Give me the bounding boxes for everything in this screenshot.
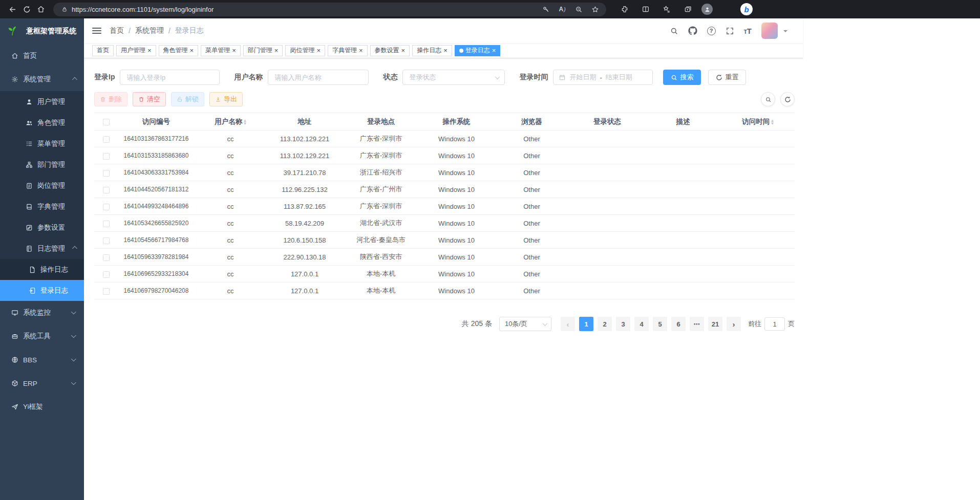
date-range-picker[interactable]: 开始日期 - 结束日期 <box>553 70 653 85</box>
page-button[interactable]: ⋯ <box>690 317 704 331</box>
page-button[interactable]: 3 <box>616 317 630 331</box>
tab[interactable]: 参数设置 × <box>370 45 410 56</box>
column-header[interactable]: 登录地点▴▾ <box>343 113 419 131</box>
page-button[interactable]: 1 <box>579 317 593 331</box>
table-row[interactable]: 1641069798270046208 cc 127.0.0.1 本地-本机 W… <box>94 282 795 299</box>
tab[interactable]: 登录日志 × <box>455 45 501 56</box>
sidebar-item-post-management[interactable]: 岗位管理 <box>0 175 84 196</box>
lock-icon[interactable] <box>59 2 70 16</box>
page-size-select[interactable]: 10条/页 <box>499 317 551 331</box>
page-button[interactable]: 2 <box>598 317 612 331</box>
extensions-puzzle-icon[interactable] <box>617 2 632 16</box>
breadcrumb-item-home[interactable]: 首页 <box>110 26 124 35</box>
reset-button[interactable]: 重置 <box>708 70 746 85</box>
login-ip-input[interactable] <box>120 70 220 85</box>
unlock-button[interactable]: 解锁 <box>171 92 204 106</box>
row-checkbox[interactable] <box>103 170 110 177</box>
tab-close-icon[interactable]: × <box>401 47 406 54</box>
tab[interactable]: 角色管理 × <box>159 45 199 56</box>
address-bar[interactable]: https://ccnetcore.com:1101/system/log/lo… <box>53 3 606 16</box>
table-row[interactable]: 1641031533185863680 cc 113.102.129.221 广… <box>94 147 795 164</box>
table-row[interactable]: 1641059633978281984 cc 222.90.130.18 陕西省… <box>94 249 795 266</box>
next-page-button[interactable]: › <box>727 317 741 331</box>
tab[interactable]: 用户管理 × <box>116 45 156 56</box>
column-header[interactable]: 访问编号▴▾ <box>118 113 195 131</box>
fullscreen-icon[interactable] <box>726 27 734 35</box>
tab[interactable]: 字典管理 × <box>328 45 368 56</box>
row-checkbox[interactable] <box>103 204 110 210</box>
favorite-star-icon[interactable] <box>588 2 602 16</box>
delete-button[interactable]: 删除 <box>94 92 127 106</box>
zoom-out-icon[interactable] <box>571 2 586 16</box>
sidebar-item-operation-log[interactable]: 操作日志 <box>0 259 84 280</box>
sidebar-item-dictionary-management[interactable]: 字典管理 <box>0 196 84 217</box>
sidebar-item-bbs[interactable]: BBS <box>0 348 84 372</box>
tab-close-icon[interactable]: × <box>147 47 152 54</box>
tab-close-icon[interactable]: × <box>443 47 448 54</box>
tab[interactable]: 岗位管理 × <box>285 45 325 56</box>
table-row[interactable]: 1641053426655825920 cc 58.19.42.209 湖北省-… <box>94 215 795 232</box>
table-row[interactable]: 1641069652933218304 cc 127.0.0.1 本地-本机 W… <box>94 266 795 282</box>
row-checkbox[interactable] <box>103 237 110 244</box>
sidebar-item-department-management[interactable]: 部门管理 <box>0 154 84 175</box>
column-header[interactable]: 操作系统▴▾ <box>419 113 494 131</box>
row-checkbox[interactable] <box>103 271 110 278</box>
goto-page-input[interactable] <box>764 317 785 331</box>
tab-close-icon[interactable]: × <box>274 47 279 54</box>
tab[interactable]: 首页 × <box>92 45 114 56</box>
clear-button[interactable]: 清空 <box>133 92 166 106</box>
column-header[interactable]: 登录状态▴▾ <box>569 113 645 131</box>
collections-icon[interactable] <box>680 2 695 16</box>
page-button[interactable]: 6 <box>671 317 686 331</box>
prev-page-button[interactable]: ‹ <box>561 317 575 331</box>
export-button[interactable]: 导出 <box>209 92 243 106</box>
breadcrumb-item-system[interactable]: 系统管理 <box>135 26 164 35</box>
status-select[interactable]: 登录状态 <box>402 70 505 85</box>
sidebar-toggle-icon[interactable] <box>92 26 101 35</box>
tab-close-icon[interactable]: × <box>190 47 194 54</box>
font-size-icon[interactable]: TT <box>744 27 752 35</box>
github-icon[interactable] <box>688 26 697 35</box>
sidebar-item-yi-framework[interactable]: Yi框架 <box>0 395 84 419</box>
sidebar-item-system-tools[interactable]: 系统工具 <box>0 324 84 348</box>
tab[interactable]: 部门管理 × <box>243 45 283 56</box>
tab[interactable]: 操作日志 × <box>412 45 452 56</box>
column-header[interactable]: 用户名称▴▾ <box>195 113 266 131</box>
select-all-checkbox[interactable] <box>103 119 110 125</box>
table-row[interactable]: 1641044520567181312 cc 112.96.225.132 广东… <box>94 181 795 198</box>
sidebar-item-login-log[interactable]: 登录日志 <box>0 280 84 301</box>
table-row[interactable]: 1641031367863177216 cc 113.102.129.221 广… <box>94 131 795 147</box>
row-checkbox[interactable] <box>103 136 110 143</box>
row-checkbox[interactable] <box>103 288 110 295</box>
page-button[interactable]: 4 <box>634 317 649 331</box>
sidebar-item-erp[interactable]: ERP <box>0 372 84 395</box>
sidebar-item-home[interactable]: 首页 <box>0 44 84 68</box>
page-button[interactable]: 21 <box>708 317 722 331</box>
tab[interactable]: 菜单管理 × <box>201 45 241 56</box>
tab-close-icon[interactable]: × <box>232 47 236 54</box>
page-button[interactable]: 5 <box>653 317 667 331</box>
tab-close-icon[interactable]: × <box>316 47 321 54</box>
sidebar-item-system-management[interactable]: 系统管理 <box>0 68 84 91</box>
favorites-bar-icon[interactable] <box>659 2 674 16</box>
table-search-toggle-icon[interactable] <box>761 92 775 106</box>
column-header[interactable]: 描述▴▾ <box>645 113 721 131</box>
table-refresh-icon[interactable] <box>780 92 795 106</box>
row-checkbox[interactable] <box>103 221 110 227</box>
column-header[interactable]: 地址▴▾ <box>266 113 343 131</box>
table-row[interactable]: 1641044993248464896 cc 113.87.92.165 广东省… <box>94 198 795 215</box>
search-button[interactable]: 搜索 <box>663 70 701 85</box>
password-key-icon[interactable] <box>539 2 553 16</box>
sort-icon[interactable]: ▴▾ <box>244 119 246 125</box>
url-text[interactable]: https://ccnetcore.com:1101/system/log/lo… <box>72 6 537 13</box>
table-row[interactable]: 1641043063331753984 cc 39.171.210.78 浙江省… <box>94 164 795 181</box>
read-aloud-icon[interactable]: A) <box>555 2 569 16</box>
refresh-icon[interactable] <box>19 2 34 16</box>
browser-home-icon[interactable] <box>34 2 48 16</box>
table-row[interactable]: 1641054566717984768 cc 120.6.150.158 河北省… <box>94 232 795 249</box>
app-logo[interactable]: 意框架管理系统 <box>0 18 84 44</box>
column-header[interactable]: 浏览器▴▾ <box>494 113 569 131</box>
sidebar-item-role-management[interactable]: 角色管理 <box>0 112 84 133</box>
browser-menu-ellipsis-icon[interactable] <box>719 2 734 16</box>
sidebar-item-system-monitoring[interactable]: 系统监控 <box>0 301 84 324</box>
